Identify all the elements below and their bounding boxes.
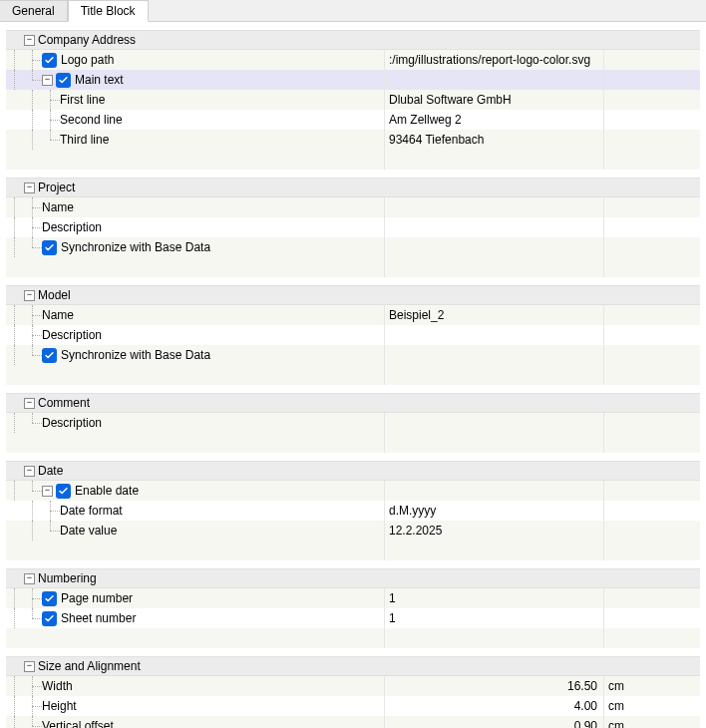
label: Third line <box>60 133 109 147</box>
label: First line <box>60 93 105 107</box>
group-company-address[interactable]: − Company Address <box>6 30 700 50</box>
label: Page number <box>61 591 133 605</box>
minus-icon[interactable]: − <box>24 466 35 477</box>
label: Description <box>42 328 102 342</box>
minus-icon[interactable]: − <box>24 290 35 301</box>
row-model-sync[interactable]: Synchronize with Base Data <box>6 345 700 365</box>
value[interactable] <box>385 197 604 217</box>
label: Date value <box>60 524 117 538</box>
label: Second line <box>60 113 123 127</box>
label: Enable date <box>75 484 139 498</box>
label: Name <box>42 308 74 322</box>
value[interactable]: 4.00 <box>385 696 604 716</box>
minus-icon[interactable]: − <box>42 75 53 86</box>
row-project-sync[interactable]: Synchronize with Base Data <box>6 237 700 257</box>
checkbox-logo-path[interactable] <box>42 53 57 68</box>
label: Date format <box>60 504 123 518</box>
group-project[interactable]: − Project <box>6 178 700 197</box>
row-project-description[interactable]: Description <box>6 217 700 237</box>
property-tree: − Company Address Logo path :/img/illust… <box>0 22 706 728</box>
unit: cm <box>604 696 700 716</box>
minus-icon[interactable]: − <box>24 573 35 584</box>
value[interactable]: 0.90 <box>385 716 604 728</box>
row-width[interactable]: Width 16.50 cm <box>6 676 700 696</box>
row-third-line[interactable]: Third line 93464 Tiefenbach <box>6 130 700 150</box>
checkbox-model-sync[interactable] <box>42 348 57 363</box>
minus-icon[interactable]: − <box>24 398 35 409</box>
label: Name <box>42 200 74 214</box>
minus-icon[interactable]: − <box>42 486 53 497</box>
group-label: Company Address <box>38 33 136 47</box>
value[interactable]: 1 <box>385 608 604 628</box>
row-model-name[interactable]: Name Beispiel_2 <box>6 305 700 325</box>
checkbox-sheet-number[interactable] <box>42 611 57 626</box>
group-label: Model <box>38 288 71 302</box>
label: Width <box>42 679 73 693</box>
value[interactable]: 12.2.2025 <box>385 521 604 541</box>
unit: cm <box>604 716 700 728</box>
row-date-value[interactable]: Date value 12.2.2025 <box>6 521 700 541</box>
label: Logo path <box>61 53 114 67</box>
group-date[interactable]: − Date <box>6 461 700 481</box>
row-page-number[interactable]: Page number 1 <box>6 588 700 608</box>
label: Description <box>42 416 102 430</box>
row-model-description[interactable]: Description <box>6 325 700 345</box>
value[interactable]: Dlubal Software GmbH <box>385 90 604 110</box>
label: Sheet number <box>61 611 136 625</box>
label: Vertical offset <box>42 719 114 728</box>
row-comment-description[interactable]: Description <box>6 413 700 433</box>
group-comment[interactable]: − Comment <box>6 393 700 413</box>
group-label: Size and Alignment <box>38 659 141 673</box>
value[interactable]: 1 <box>385 588 604 608</box>
checkbox-main-text[interactable] <box>56 73 71 88</box>
group-label: Project <box>38 181 75 194</box>
tab-title-block[interactable]: Title Block <box>68 0 149 22</box>
group-label: Date <box>38 464 63 478</box>
tab-general[interactable]: General <box>0 0 68 21</box>
label: Synchronize with Base Data <box>61 240 210 254</box>
value[interactable]: 93464 Tiefenbach <box>385 130 604 150</box>
row-height[interactable]: Height 4.00 cm <box>6 696 700 716</box>
row-enable-date[interactable]: − Enable date <box>6 481 700 501</box>
group-size-alignment[interactable]: − Size and Alignment <box>6 656 700 676</box>
value[interactable] <box>385 217 604 237</box>
group-label: Comment <box>38 396 90 410</box>
group-numbering[interactable]: − Numbering <box>6 568 700 588</box>
value[interactable]: 16.50 <box>385 676 604 696</box>
checkbox-enable-date[interactable] <box>56 484 71 499</box>
row-second-line[interactable]: Second line Am Zellweg 2 <box>6 110 700 130</box>
checkbox-page-number[interactable] <box>42 591 57 606</box>
label: Description <box>42 220 102 234</box>
row-logo-path[interactable]: Logo path :/img/illustrations/report-log… <box>6 50 700 70</box>
row-date-format[interactable]: Date format d.M.yyyy <box>6 501 700 521</box>
value[interactable]: Beispiel_2 <box>385 305 604 325</box>
row-project-name[interactable]: Name <box>6 197 700 217</box>
checkbox-project-sync[interactable] <box>42 240 57 255</box>
unit: cm <box>604 676 700 696</box>
value[interactable] <box>385 325 604 345</box>
value[interactable]: :/img/illustrations/report-logo-color.sv… <box>385 50 604 70</box>
row-main-text[interactable]: − Main text <box>6 70 700 90</box>
group-model[interactable]: − Model <box>6 285 700 305</box>
value[interactable]: Am Zellweg 2 <box>385 110 604 130</box>
value[interactable] <box>385 413 604 433</box>
group-label: Numbering <box>38 571 97 585</box>
row-sheet-number[interactable]: Sheet number 1 <box>6 608 700 628</box>
label: Synchronize with Base Data <box>61 348 210 362</box>
minus-icon[interactable]: − <box>24 35 35 46</box>
row-first-line[interactable]: First line Dlubal Software GmbH <box>6 90 700 110</box>
label: Main text <box>75 73 124 87</box>
value[interactable]: d.M.yyyy <box>385 501 604 521</box>
label: Height <box>42 699 77 713</box>
minus-icon[interactable]: − <box>24 661 35 672</box>
row-vertical-offset[interactable]: Vertical offset 0.90 cm <box>6 716 700 728</box>
tab-bar: General Title Block <box>0 0 706 22</box>
minus-icon[interactable]: − <box>24 182 35 193</box>
